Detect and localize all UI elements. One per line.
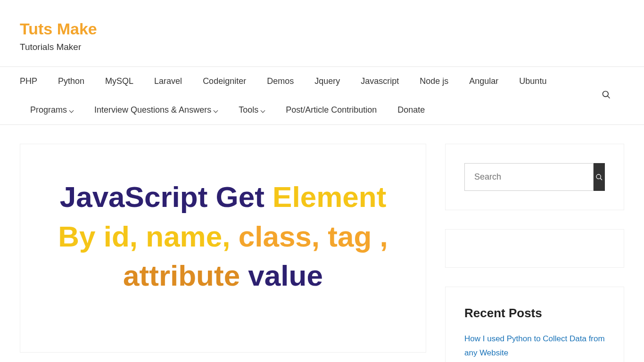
nav-item-label: PHP xyxy=(20,76,37,86)
svg-point-2 xyxy=(596,174,601,179)
svg-point-0 xyxy=(603,91,609,97)
content-area: JavaScript Get Element By id, name, clas… xyxy=(0,125,644,362)
nav-item-label: Codeigniter xyxy=(203,76,246,86)
nav-item-label: Interview Questions & Answers xyxy=(94,105,211,115)
site-tagline: Tutorials Maker xyxy=(20,42,624,52)
nav-item-jquery[interactable]: Jquery xyxy=(304,67,350,96)
chevron-down-icon xyxy=(69,108,74,113)
svg-line-1 xyxy=(608,96,610,99)
nav-item-laravel[interactable]: Laravel xyxy=(144,67,192,96)
hero-text-segment: JavaScript Get xyxy=(60,181,272,213)
nav-item-label: Python xyxy=(58,76,84,86)
nav-item-programs[interactable]: Programs xyxy=(20,96,84,124)
nav-item-label: Demos xyxy=(267,76,294,86)
nav-item-tools[interactable]: Tools xyxy=(228,96,275,124)
search-icon xyxy=(595,173,603,181)
primary-nav: PHPPythonMySQLLaravelCodeigniterDemosJqu… xyxy=(0,66,644,125)
nav-item-label: Javascript xyxy=(361,76,399,86)
nav-item-python[interactable]: Python xyxy=(48,67,95,96)
nav-item-interview-questions-answers[interactable]: Interview Questions & Answers xyxy=(84,96,228,124)
nav-item-label: Ubuntu xyxy=(519,76,546,86)
nav-item-label: Laravel xyxy=(154,76,182,86)
hero-text-segment: By id, name, xyxy=(58,220,238,253)
search-icon xyxy=(602,90,611,99)
hero-text-segment: class, tag , xyxy=(239,220,388,253)
nav-item-label: MySQL xyxy=(105,76,133,86)
nav-item-ubuntu[interactable]: Ubuntu xyxy=(509,67,557,96)
nav-item-post-article-contribution[interactable]: Post/Article Contribution xyxy=(275,96,387,124)
nav-item-javascript[interactable]: Javascript xyxy=(350,67,409,96)
hero-text-segment: Element xyxy=(272,181,386,213)
site-header: Tuts Make Tutorials Maker xyxy=(0,0,644,66)
nav-item-donate[interactable]: Donate xyxy=(387,96,435,124)
nav-item-demos[interactable]: Demos xyxy=(256,67,304,96)
nav-item-label: Post/Article Contribution xyxy=(286,105,377,115)
svg-line-3 xyxy=(600,178,602,180)
nav-item-angular[interactable]: Angular xyxy=(459,67,509,96)
nav-item-label: Donate xyxy=(397,105,425,115)
search-input[interactable] xyxy=(464,163,594,191)
nav-item-node-js[interactable]: Node js xyxy=(409,67,459,96)
nav-search-toggle[interactable] xyxy=(602,90,611,101)
article-card: JavaScript Get Element By id, name, clas… xyxy=(20,144,426,353)
nav-item-label: Tools xyxy=(239,105,258,115)
site-title[interactable]: Tuts Make xyxy=(20,20,624,38)
nav-item-label: Programs xyxy=(30,105,67,115)
hero-text-segment: value xyxy=(248,259,323,292)
article-hero-title: JavaScript Get Element By id, name, clas… xyxy=(49,177,397,296)
nav-item-codeigniter[interactable]: Codeigniter xyxy=(192,67,256,96)
nav-item-label: Node js xyxy=(420,76,448,86)
chevron-down-icon xyxy=(213,108,218,113)
empty-widget xyxy=(445,229,624,268)
search-widget xyxy=(445,144,624,210)
recent-post-link[interactable]: How I used Python to Collect Data from a… xyxy=(464,332,605,360)
recent-posts-widget: Recent Posts How I used Python to Collec… xyxy=(445,287,624,362)
main-column: JavaScript Get Element By id, name, clas… xyxy=(20,144,426,353)
chevron-down-icon xyxy=(260,108,265,113)
nav-item-mysql[interactable]: MySQL xyxy=(95,67,144,96)
nav-item-php[interactable]: PHP xyxy=(20,67,48,96)
search-button[interactable] xyxy=(594,163,605,191)
widget-title: Recent Posts xyxy=(464,306,605,321)
sidebar-column: Recent Posts How I used Python to Collec… xyxy=(445,144,624,362)
hero-text-segment: attribute xyxy=(123,259,248,292)
nav-item-label: Angular xyxy=(469,76,498,86)
nav-item-label: Jquery xyxy=(314,76,340,86)
